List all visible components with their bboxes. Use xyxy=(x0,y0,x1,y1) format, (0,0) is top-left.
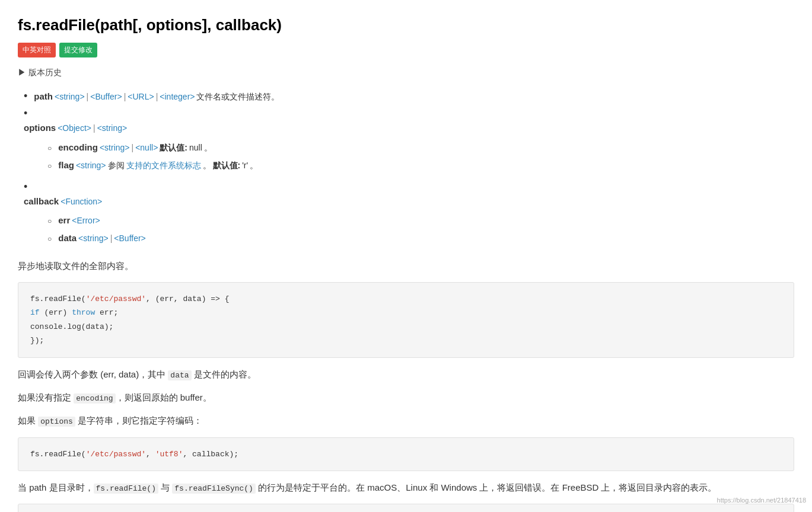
params-list: path <string> | <Buffer> | <URL> | <inte… xyxy=(24,89,794,251)
option-flag: flag <string> 参阅 支持的文件系统标志 。 默认值: 'r' 。 xyxy=(47,158,258,173)
param-name-flag: flag xyxy=(58,158,74,173)
page-title: fs.readFile(path[, options], callback) xyxy=(18,12,794,38)
bilingual-badge[interactable]: 中英对照 xyxy=(18,43,56,57)
param-callback: callback <Function> err <Error> data <st… xyxy=(24,181,794,251)
code-example-1: fs.readFile('/etc/passwd', (err, data) =… xyxy=(18,282,794,358)
callback-sub-list: err <Error> data <string> | <Buffer> xyxy=(47,213,146,248)
prose-4: 当 path 是目录时，fs.readFile() 与 fs.readFileS… xyxy=(18,479,794,495)
prose-3: 如果 options 是字符串，则它指定字符编码： xyxy=(18,412,794,428)
callback-err: err <Error> xyxy=(47,213,146,228)
param-name-callback: callback xyxy=(24,194,59,209)
fs-flags-link[interactable]: 支持的文件系统标志 xyxy=(126,159,201,173)
badge-row: 中英对照 提交修改 xyxy=(18,43,794,57)
callback-data: data <string> | <Buffer> xyxy=(47,231,146,246)
code-example-3: // 在 macOS、Linux 和 Windows 上： xyxy=(18,504,794,512)
watermark: https://blog.csdn.net/21847418 xyxy=(717,495,806,506)
param-options: options <Object> | <string> encoding <st… xyxy=(24,108,794,177)
param-name-err: err xyxy=(58,213,70,228)
param-name-data: data xyxy=(58,231,77,246)
version-history[interactable]: 版本历史 xyxy=(18,66,794,80)
param-path: path <string> | <Buffer> | <URL> | <inte… xyxy=(24,89,794,104)
options-sub-list: encoding <string> | <null> 默认值: null 。 f… xyxy=(47,140,258,175)
description-text: 异步地读取文件的全部内容。 xyxy=(18,258,794,274)
param-name-encoding: encoding xyxy=(58,140,98,155)
param-name-options: options xyxy=(24,120,56,136)
param-name-path: path xyxy=(34,89,53,104)
code-example-2: fs.readFile('/etc/passwd', 'utf8', callb… xyxy=(18,437,794,471)
suggest-badge[interactable]: 提交修改 xyxy=(59,43,97,57)
option-encoding: encoding <string> | <null> 默认值: null 。 xyxy=(47,140,258,155)
prose-2: 如果没有指定 encoding，则返回原始的 buffer。 xyxy=(18,389,794,405)
prose-1: 回调会传入两个参数 (err, data)，其中 data 是文件的内容。 xyxy=(18,366,794,382)
